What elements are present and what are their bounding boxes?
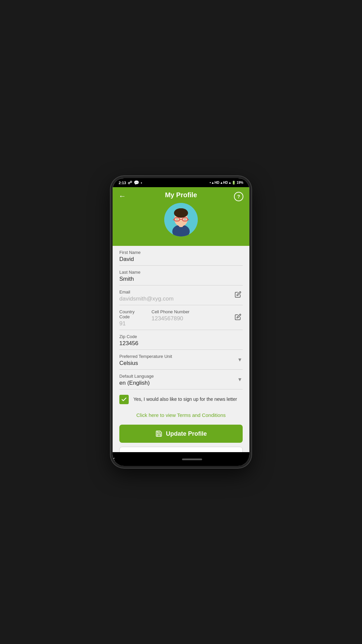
phone-edit-icon[interactable] — [235, 314, 241, 322]
language-label: Default Language — [119, 374, 243, 379]
zip-code-label: Zip Code — [119, 334, 243, 339]
country-code-value: 91 — [119, 320, 146, 327]
newsletter-checkbox[interactable] — [119, 395, 129, 404]
status-bar: 2:13 ☍ 💬 • • ▴ HD ▴ HD ▴ 🔋 19% — [113, 178, 249, 187]
page-title: My Profile — [165, 191, 197, 199]
cell-phone-value: 1234567890 — [152, 315, 243, 322]
svg-point-5 — [175, 208, 187, 215]
profile-header: My Profile ← ? — [113, 187, 249, 246]
first-name-field: First Name David — [119, 246, 243, 266]
avatar-image — [164, 203, 198, 236]
back-button[interactable]: ← — [119, 192, 126, 201]
zip-code-field: Zip Code 123456 — [119, 330, 243, 350]
avatar — [164, 203, 198, 236]
bottom-nav-back[interactable]: ‹ — [113, 455, 115, 463]
phone-field-row: Country Code 91 Cell Phone Number 123456… — [119, 305, 243, 330]
temp-unit-dropdown-arrow: ▾ — [238, 356, 241, 363]
email-value: davidsmith@xyg.com — [119, 296, 243, 302]
zip-code-value: 123456 — [119, 340, 243, 347]
profile-content: First Name David Last Name Smith Email d… — [113, 246, 249, 452]
first-name-value: David — [119, 256, 243, 263]
update-profile-label: Update Profile — [166, 430, 207, 437]
language-value: en (English) — [119, 380, 243, 386]
bottom-pill — [182, 459, 202, 460]
help-button[interactable]: ? — [234, 192, 243, 201]
email-field: Email davidsmith@xyg.com — [119, 285, 243, 305]
temp-unit-value: Celsius — [119, 360, 243, 367]
terms-link[interactable]: Click here to view Terms and Conditions — [119, 410, 243, 425]
language-dropdown-arrow: ▾ — [238, 376, 241, 383]
last-name-label: Last Name — [119, 270, 243, 275]
cell-phone-field: Cell Phone Number 1234567890 — [152, 309, 243, 327]
temp-unit-label: Preferred Temperature Unit — [119, 354, 243, 359]
last-name-field: Last Name Smith — [119, 266, 243, 285]
save-icon — [155, 430, 163, 437]
cell-phone-label: Cell Phone Number — [152, 309, 243, 314]
country-code-label: Country Code — [119, 309, 146, 319]
newsletter-row: Yes, I would also like to sign up for th… — [119, 389, 243, 410]
svg-point-11 — [176, 218, 178, 220]
newsletter-label: Yes, I would also like to sign up for th… — [133, 396, 237, 403]
last-name-value: Smith — [119, 276, 243, 282]
first-name-label: First Name — [119, 250, 243, 255]
email-label: Email — [119, 289, 243, 294]
status-indicators: • ▴ HD ▴ HD ▴ 🔋 19% — [210, 181, 243, 184]
email-edit-icon[interactable] — [235, 291, 241, 299]
temp-unit-field[interactable]: Preferred Temperature Unit Celsius ▾ — [119, 350, 243, 370]
checkbox-check-icon — [121, 396, 127, 402]
country-code-field: Country Code 91 — [119, 309, 146, 327]
update-profile-button[interactable]: Update Profile — [119, 425, 243, 443]
svg-point-12 — [184, 218, 186, 220]
status-time: 2:13 ☍ 💬 • — [119, 180, 142, 185]
bottom-nav-bar: ‹ — [113, 452, 249, 466]
change-password-button[interactable]: Change Password — [119, 447, 243, 452]
language-field[interactable]: Default Language en (English) ▾ — [119, 370, 243, 389]
